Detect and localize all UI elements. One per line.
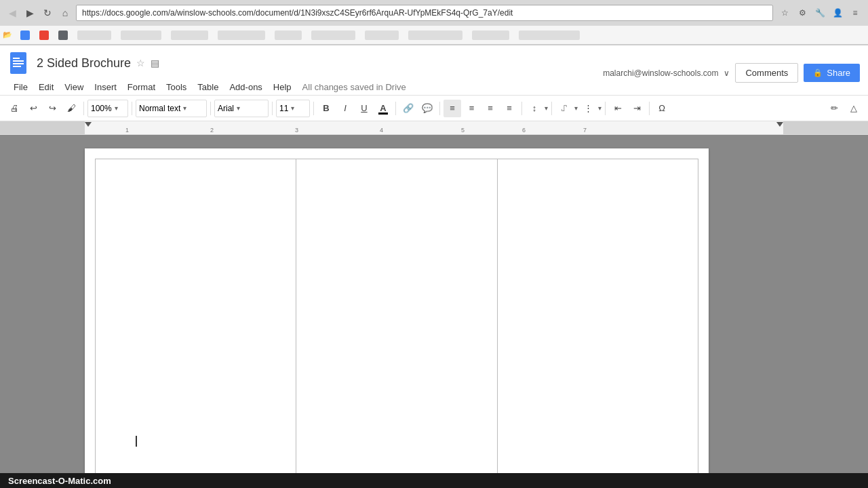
divider-6 [395, 102, 396, 115]
edit-mode-button[interactable]: ✏ [825, 100, 843, 117]
menu-table[interactable]: Table [192, 79, 224, 95]
bookmarks-label: 📂 [3, 30, 12, 39]
folder-icon[interactable]: ▤ [151, 58, 159, 68]
menu-tools[interactable]: Tools [161, 79, 192, 95]
bookmarks-bar: 📂 [0, 26, 868, 45]
document-page[interactable] [85, 148, 709, 476]
size-select[interactable]: 11 ▾ [276, 100, 310, 117]
comment-button[interactable]: 💬 [418, 100, 436, 117]
zoom-arrow: ▾ [115, 104, 118, 112]
toolbar-section-spacing: ↕ ▾ [526, 100, 548, 117]
toolbar-section-link: 🔗 💬 [399, 100, 436, 117]
document-area[interactable] [0, 135, 868, 476]
numbered-list-button[interactable]: ⑀ [555, 100, 573, 117]
decrease-indent-button[interactable]: ⇤ [609, 100, 627, 117]
size-value: 11 [279, 104, 288, 113]
menu-help[interactable]: Help [268, 79, 297, 95]
star-icon[interactable]: ☆ [136, 58, 145, 68]
bookmark-13[interactable] [515, 29, 584, 41]
font-select[interactable]: Arial ▾ [214, 100, 269, 117]
zoom-select[interactable]: 100% ▾ [87, 100, 128, 117]
style-select[interactable]: Normal text ▾ [136, 100, 207, 117]
justify-button[interactable]: ≡ [500, 100, 518, 117]
link-button[interactable]: 🔗 [399, 100, 417, 117]
line-spacing-button[interactable]: ↕ [526, 100, 543, 117]
google-docs-app: 2 Sided Brochure ☆ ▤ File Edit View Inse… [0, 45, 868, 476]
brochure-col-1[interactable] [96, 159, 296, 476]
increase-indent-button[interactable]: ⇥ [628, 100, 646, 117]
size-arrow: ▾ [291, 104, 294, 112]
bookmark-9[interactable] [307, 29, 359, 41]
toolbar-section-print: 🖨 ↩ ↪ 🖌 [5, 100, 80, 117]
font-value: Arial [218, 104, 234, 113]
share-button[interactable]: 🔒 Share [804, 64, 860, 82]
menu-addons[interactable]: Add-ons [224, 79, 267, 95]
menu-insert[interactable]: Insert [89, 79, 122, 95]
user-dropdown-icon[interactable]: ∨ [724, 68, 730, 78]
watermark-bar: Screencast-O-Matic.com [0, 473, 868, 488]
font-arrow: ▾ [237, 104, 240, 112]
brochure-col-2[interactable] [296, 159, 497, 476]
divider-4 [272, 102, 273, 115]
menu-format[interactable]: Format [122, 79, 161, 95]
ruler-right-marker[interactable] [776, 122, 783, 127]
style-arrow: ▾ [183, 104, 186, 112]
title-left: 2 Sided Brochure ☆ ▤ File Edit View Inse… [8, 51, 412, 95]
print-button[interactable]: 🖨 [5, 100, 23, 117]
forward-button[interactable]: ▶ [23, 6, 37, 20]
comments-button[interactable]: Comments [735, 63, 798, 83]
underline-button[interactable]: U [355, 100, 373, 117]
menu-icon[interactable]: ≡ [848, 5, 863, 20]
brochure-table [95, 159, 698, 476]
brochure-col-3[interactable] [498, 159, 698, 476]
align-right-button[interactable]: ≡ [481, 100, 499, 117]
svg-rect-3 [13, 63, 24, 64]
refresh-button[interactable]: ↻ [41, 6, 54, 20]
ruler-tick-1: 1 [125, 127, 129, 134]
undo-button[interactable]: ↩ [24, 100, 42, 117]
user-icon[interactable]: 👤 [830, 5, 845, 20]
align-left-button[interactable]: ≡ [443, 100, 461, 117]
collapse-toolbar-button[interactable]: △ [845, 100, 863, 117]
back-button[interactable]: ◀ [5, 6, 19, 20]
ruler-tick-7: 7 [583, 127, 587, 134]
ruler-left-marker[interactable] [85, 122, 92, 127]
bookmark-1[interactable] [16, 29, 34, 41]
toolbar-section-align: ≡ ≡ ≡ ≡ [443, 100, 518, 117]
italic-button[interactable]: I [336, 100, 354, 117]
bookmark-3[interactable] [54, 29, 72, 41]
more-formatting-button[interactable]: Ω [653, 100, 671, 117]
menu-view[interactable]: View [59, 79, 89, 95]
ruler-center[interactable]: 1 2 3 4 5 6 7 [85, 121, 783, 135]
divider-11 [649, 102, 650, 115]
extensions-icon[interactable]: 🔧 [812, 5, 827, 20]
redo-button[interactable]: ↪ [43, 100, 61, 117]
menu-file[interactable]: File [8, 79, 33, 95]
bookmark-11[interactable] [404, 29, 467, 41]
user-email: malarchi@winslow-schools.com [603, 68, 718, 78]
bookmark-7[interactable] [214, 29, 269, 41]
numbered-list-arrow: ▾ [574, 104, 578, 112]
settings-icon[interactable]: ⚙ [795, 5, 810, 20]
text-color-indicator [378, 113, 388, 115]
bookmark-12[interactable] [468, 29, 513, 41]
address-bar[interactable]: https://docs.google.com/a/winslow-school… [76, 5, 773, 21]
format-paint-button[interactable]: 🖌 [62, 100, 80, 117]
ruler: 1 2 3 4 5 6 7 [0, 121, 868, 135]
bookmark-4[interactable] [73, 29, 115, 41]
bold-button[interactable]: B [317, 100, 335, 117]
right-margin-area [709, 148, 868, 476]
bookmark-2[interactable] [35, 29, 53, 41]
home-button[interactable]: ⌂ [58, 6, 72, 20]
bookmark-8[interactable] [271, 29, 306, 41]
bookmark-6[interactable] [167, 29, 212, 41]
bookmark-10[interactable] [361, 29, 403, 41]
svg-rect-1 [13, 58, 20, 59]
bookmark-star-icon[interactable]: ☆ [777, 5, 792, 20]
menu-edit[interactable]: Edit [33, 79, 59, 95]
text-color-button[interactable]: A [374, 100, 392, 117]
bookmark-5[interactable] [117, 29, 165, 41]
doc-title[interactable]: 2 Sided Brochure [37, 56, 131, 70]
bullet-list-button[interactable]: ⋮ [579, 100, 597, 117]
align-center-button[interactable]: ≡ [462, 100, 480, 117]
